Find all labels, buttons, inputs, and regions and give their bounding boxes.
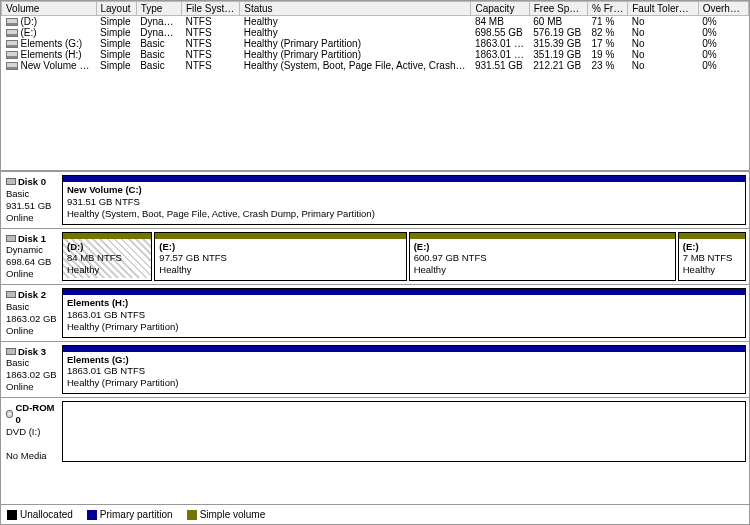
disk-info: Disk 3Basic1863.02 GBOnline xyxy=(3,344,61,396)
disk-info: Disk 1Dynamic698.64 GBOnline xyxy=(3,231,61,283)
disk-row[interactable]: Disk 0Basic931.51 GBOnlineNew Volume (C:… xyxy=(1,171,749,228)
empty-partition xyxy=(62,401,746,462)
disk-info: Disk 2Basic1863.02 GBOnline xyxy=(3,287,61,339)
partition[interactable]: (E:)600.97 GB NTFSHealthy xyxy=(409,232,676,282)
partitions: Elements (G:)1863.01 GB NTFSHealthy (Pri… xyxy=(61,344,747,396)
volume-row[interactable]: Elements (H:)SimpleBasicNTFSHealthy (Pri… xyxy=(2,49,749,60)
volume-row[interactable]: New Volume (C:)SimpleBasicNTFSHealthy (S… xyxy=(2,60,749,71)
drive-icon xyxy=(6,29,18,37)
partitions: (D:)84 MB NTFSHealthy(E:)97.57 GB NTFSHe… xyxy=(61,231,747,283)
volume-table[interactable]: VolumeLayoutTypeFile SystemStatusCapacit… xyxy=(1,1,749,71)
partitions: Elements (H:)1863.01 GB NTFSHealthy (Pri… xyxy=(61,287,747,339)
column-header[interactable]: Layout xyxy=(96,2,136,16)
hdd-icon xyxy=(6,291,16,298)
partition[interactable]: (E:)97.57 GB NTFSHealthy xyxy=(154,232,406,282)
swatch-primary xyxy=(87,510,97,520)
disk-row[interactable]: CD-ROM 0DVD (I:)No Media xyxy=(1,397,749,465)
swatch-simple xyxy=(187,510,197,520)
legend: Unallocated Primary partition Simple vol… xyxy=(1,504,749,524)
volume-row[interactable]: (D:)SimpleDynamicNTFSHealthy84 MB60 MB71… xyxy=(2,16,749,28)
hdd-icon xyxy=(6,348,16,355)
column-header[interactable]: Type xyxy=(136,2,181,16)
legend-simple: Simple volume xyxy=(200,509,266,520)
legend-primary: Primary partition xyxy=(100,509,173,520)
column-header[interactable]: Free Space xyxy=(529,2,587,16)
swatch-unallocated xyxy=(7,510,17,520)
column-header[interactable]: Status xyxy=(240,2,471,16)
legend-unallocated: Unallocated xyxy=(20,509,73,520)
disk-row[interactable]: Disk 1Dynamic698.64 GBOnline(D:)84 MB NT… xyxy=(1,228,749,285)
column-header[interactable]: File System xyxy=(181,2,239,16)
volume-row[interactable]: Elements (G:)SimpleBasicNTFSHealthy (Pri… xyxy=(2,38,749,49)
hdd-icon xyxy=(6,235,16,242)
partition[interactable]: (E:)7 MB NTFSHealthy xyxy=(678,232,746,282)
disk-info: Disk 0Basic931.51 GBOnline xyxy=(3,174,61,226)
column-header[interactable]: Volume xyxy=(2,2,97,16)
column-header[interactable]: Fault Tolerance xyxy=(628,2,698,16)
partition[interactable]: Elements (H:)1863.01 GB NTFSHealthy (Pri… xyxy=(62,288,746,338)
drive-icon xyxy=(6,62,18,70)
partitions xyxy=(61,400,747,463)
partition[interactable]: Elements (G:)1863.01 GB NTFSHealthy (Pri… xyxy=(62,345,746,395)
drive-icon xyxy=(6,51,18,59)
disk-info: CD-ROM 0DVD (I:)No Media xyxy=(3,400,61,463)
cd-icon xyxy=(6,410,13,418)
volume-row[interactable]: (E:)SimpleDynamicNTFSHealthy698.55 GB576… xyxy=(2,27,749,38)
drive-icon xyxy=(6,18,18,26)
hdd-icon xyxy=(6,178,16,185)
column-header[interactable]: % Free xyxy=(588,2,628,16)
disk-row[interactable]: Disk 3Basic1863.02 GBOnlineElements (G:)… xyxy=(1,341,749,398)
partitions: New Volume (C:)931.51 GB NTFSHealthy (Sy… xyxy=(61,174,747,226)
column-header[interactable]: Capacity xyxy=(471,2,529,16)
partition[interactable]: (D:)84 MB NTFSHealthy xyxy=(62,232,152,282)
disk-map-pane[interactable]: Disk 0Basic931.51 GBOnlineNew Volume (C:… xyxy=(1,171,749,504)
drive-icon xyxy=(6,40,18,48)
volume-list-pane[interactable]: VolumeLayoutTypeFile SystemStatusCapacit… xyxy=(1,1,749,171)
column-header[interactable]: Overhead xyxy=(698,2,748,16)
disk-row[interactable]: Disk 2Basic1863.02 GBOnlineElements (H:)… xyxy=(1,284,749,341)
partition[interactable]: New Volume (C:)931.51 GB NTFSHealthy (Sy… xyxy=(62,175,746,225)
